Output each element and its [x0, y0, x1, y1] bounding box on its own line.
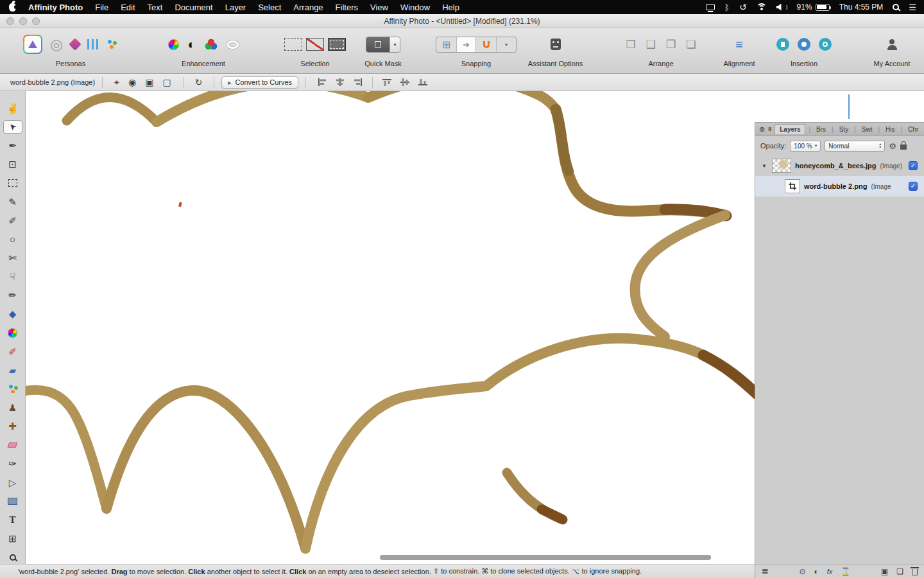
selection-marquee-icon[interactable]	[284, 38, 302, 51]
inpainting-brush-tool[interactable]	[3, 382, 22, 396]
menu-item-view[interactable]: View	[370, 3, 388, 12]
layer-row-honeycomb[interactable]: ▼ honeycomb_&_bees.jpg (Image) ✓	[755, 155, 924, 176]
transform-bounds-icon[interactable]: ▣	[145, 77, 153, 87]
arrange-to-front-icon[interactable]: ❒	[626, 38, 636, 51]
flood-fill-tool[interactable]: ◆	[3, 308, 22, 321]
time-machine-icon[interactable]: ↺	[739, 2, 747, 12]
alignment-icon[interactable]: ≡	[735, 37, 743, 52]
tab-history[interactable]: His	[883, 125, 897, 134]
background-erase-tool[interactable]: ▰	[3, 363, 22, 377]
menu-item-layer[interactable]: Layer	[225, 3, 246, 12]
insert-behind-icon[interactable]	[776, 38, 789, 51]
move-tool[interactable]: ➤	[3, 120, 22, 134]
align-center-horizontal-icon[interactable]	[335, 78, 345, 87]
layer-thumbnail[interactable]	[772, 159, 791, 173]
app-menu-title[interactable]: Affinity Photo	[28, 3, 83, 12]
selection-brush-tool[interactable]: ✎	[3, 195, 22, 209]
layer-effects-icon[interactable]: fx	[827, 568, 833, 575]
rectangle-tool[interactable]	[3, 495, 22, 508]
menu-item-text[interactable]: Text	[148, 3, 163, 12]
quick-mask-dropdown[interactable]: ▾	[389, 37, 400, 52]
tab-brushes[interactable]: Brs	[814, 125, 828, 134]
insert-on-top-icon[interactable]	[819, 38, 832, 51]
wifi-icon[interactable]	[757, 3, 767, 11]
mixer-brush-tool[interactable]: ✏	[3, 288, 22, 302]
apple-menu-icon[interactable]	[9, 3, 16, 12]
blend-mode-select[interactable]: Normal ▴▾	[825, 141, 885, 152]
edit-all-layers-icon[interactable]: ≣	[762, 566, 769, 576]
tab-styles[interactable]: Sty	[837, 125, 851, 134]
arrange-to-back-icon[interactable]: ❏	[686, 38, 696, 51]
eraser-tool[interactable]	[3, 439, 22, 452]
align-bottom-icon[interactable]	[418, 78, 428, 87]
menu-item-help[interactable]: Help	[442, 3, 459, 12]
screen-mirroring-icon[interactable]	[706, 4, 715, 10]
paint-brush-tool[interactable]: ✐	[3, 214, 22, 227]
menu-clock[interactable]: Thu 4:55 PM	[839, 3, 884, 12]
assistant-icon[interactable]	[551, 39, 561, 50]
export-persona-icon[interactable]	[107, 39, 118, 49]
bluetooth-icon[interactable]: ᛒ	[724, 3, 730, 12]
menu-item-filters[interactable]: Filters	[336, 3, 358, 12]
notification-center-icon[interactable]: ☰	[909, 3, 916, 12]
pen-tool[interactable]: ✑	[3, 457, 22, 471]
tone-mapping-persona-icon[interactable]	[87, 39, 99, 49]
auto-levels-icon[interactable]	[168, 39, 179, 50]
align-left-icon[interactable]	[317, 78, 327, 87]
volume-icon[interactable]	[776, 4, 787, 11]
layer-visibility-checkbox[interactable]: ✓	[909, 182, 918, 191]
layer-row-word-bubble[interactable]: word-bubble 2.png (Image ✓	[755, 176, 924, 197]
tab-swatches[interactable]: Swt	[859, 125, 875, 134]
snapping-grid-icon[interactable]: ⊞	[436, 37, 456, 52]
layer-thumbnail[interactable]	[785, 179, 800, 193]
convert-to-curves-button[interactable]: ▸ Convert to Curves	[221, 76, 298, 89]
zoom-tool[interactable]	[3, 550, 22, 564]
disclosure-triangle-icon[interactable]: ▼	[762, 163, 768, 169]
healing-brush-tool[interactable]: ✚	[3, 419, 22, 433]
adjustment-layer-icon[interactable]: ◐	[814, 567, 819, 576]
menu-item-window[interactable]: Window	[400, 3, 430, 12]
remove-layer-icon[interactable]	[912, 569, 918, 575]
crop-tool[interactable]: ⊡	[3, 157, 22, 171]
menu-item-edit[interactable]: Edit	[121, 3, 135, 12]
blur-tool[interactable]: ✄	[3, 251, 22, 265]
photo-persona-icon[interactable]	[23, 35, 42, 54]
snapping-magnet-icon[interactable]	[476, 37, 496, 52]
colour-replacement-brush-tool[interactable]: ✐	[3, 345, 22, 358]
snapping-dropdown[interactable]: ▾	[496, 37, 516, 52]
group-layers-icon[interactable]: ▣	[881, 567, 888, 576]
battery-status[interactable]: 91%	[797, 3, 830, 12]
tab-channels[interactable]: Chr	[905, 125, 921, 134]
snapping-move-icon[interactable]: ➜	[456, 37, 476, 52]
mask-layer-icon[interactable]: ⊙	[799, 567, 805, 576]
live-filter-icon[interactable]: ⌛	[841, 567, 850, 576]
text-tool[interactable]: T	[3, 513, 22, 527]
node-tool[interactable]: ▷	[3, 476, 22, 489]
tab-layers[interactable]: Layers	[774, 124, 805, 134]
arrange-forward-icon[interactable]: ❑	[646, 38, 656, 51]
smudge-tool[interactable]: ☟	[3, 270, 22, 283]
insert-inside-icon[interactable]	[798, 38, 810, 51]
horizontal-scrollbar[interactable]	[380, 555, 711, 560]
menu-item-arrange[interactable]: Arrange	[293, 3, 323, 12]
lock-icon[interactable]	[900, 144, 907, 150]
invert-selection-icon[interactable]	[328, 38, 346, 51]
spotlight-icon[interactable]	[893, 4, 899, 10]
mesh-warp-tool[interactable]: ⊞	[3, 532, 22, 545]
menu-item-file[interactable]: File	[95, 3, 108, 12]
auto-white-balance-icon[interactable]	[227, 40, 239, 49]
add-layer-icon[interactable]: ❏	[896, 567, 903, 576]
cycle-transform-icon[interactable]: ↻	[195, 77, 203, 87]
opacity-select[interactable]: 100 % ▾	[790, 141, 821, 152]
layer-visibility-checkbox[interactable]: ✓	[909, 161, 918, 170]
move-anchor-icon[interactable]: ⌖	[114, 77, 119, 88]
panel-close-icon[interactable]: ⊗	[759, 125, 765, 134]
panel-pause-icon[interactable]: II	[768, 126, 771, 132]
arrange-backward-icon[interactable]: ❐	[666, 38, 676, 51]
show-handles-icon[interactable]: ◉	[128, 77, 136, 87]
liquify-persona-icon[interactable]: ◎	[50, 36, 63, 53]
menu-item-document[interactable]: Document	[175, 3, 212, 12]
gradient-tool[interactable]	[3, 326, 22, 340]
document-canvas[interactable]	[26, 91, 755, 564]
view-tool[interactable]: ✌	[3, 101, 22, 115]
